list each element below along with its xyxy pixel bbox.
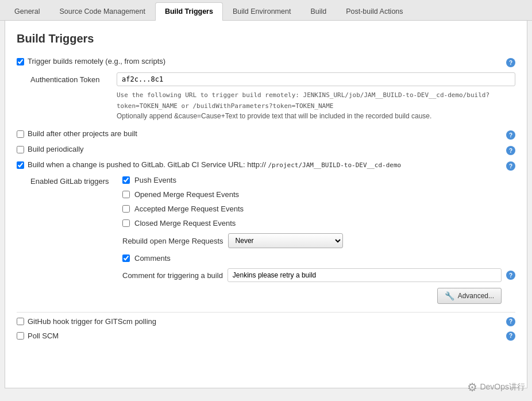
build-periodically-row: Build periodically ? (17, 145, 515, 153)
build-gitlab-checkbox[interactable] (17, 161, 24, 169)
divider (17, 312, 515, 313)
trigger-remote-row: Trigger builds remotely (e.g., from scri… (17, 57, 515, 65)
poll-scm-row: Poll SCM ? (17, 331, 515, 340)
gitlab-triggers-label: Enabled GitLab triggers (30, 176, 117, 186)
auth-row: Authentication Token (30, 72, 515, 86)
comment-trigger-help-icon[interactable]: ? (506, 271, 515, 280)
github-hook-label: GitHub hook trigger for GITScm polling (28, 317, 156, 326)
accepted-merge-checkbox[interactable] (122, 205, 130, 213)
advanced-label: Advanced... (458, 292, 494, 300)
opened-merge-label: Opened Merge Request Events (134, 190, 239, 199)
trigger-remote-help-icon[interactable]: ? (506, 58, 515, 67)
auth-token-input[interactable] (117, 72, 515, 86)
tab-source-code[interactable]: Source Code Management (49, 2, 155, 20)
page-title: Build Triggers (17, 32, 515, 45)
opened-merge-checkbox[interactable] (122, 191, 130, 198)
main-content: Build Triggers Trigger builds remotely (… (5, 21, 527, 388)
rebuild-select[interactable]: Never On push to source branch On push t… (228, 233, 343, 248)
comment-trigger-input[interactable] (228, 268, 502, 282)
build-periodically-text: Build periodically (28, 145, 84, 153)
poll-scm-label: Poll SCM (28, 331, 59, 340)
app-container: General Source Code Management Build Tri… (0, 0, 532, 401)
auth-help-line1: Use the following URL to trigger build r… (117, 91, 489, 99)
trigger-comment-row: Comment for triggering a build ? (122, 268, 515, 282)
trigger-accepted-merge: Accepted Merge Request Events (122, 205, 515, 213)
gitlab-section: Enabled GitLab triggers Push Events Open… (30, 176, 515, 288)
build-periodically-checkbox[interactable] (17, 146, 24, 153)
tab-build-triggers[interactable]: Build Triggers (155, 2, 223, 21)
comment-trigger-label: Comment for triggering a build (122, 271, 223, 280)
auth-label: Authentication Token (30, 75, 111, 84)
triggers-list: Push Events Opened Merge Request Events … (122, 176, 515, 288)
auth-help-text: Use the following URL to trigger build r… (117, 90, 515, 121)
tab-build[interactable]: Build (300, 2, 336, 20)
trigger-comments: Comments (122, 254, 515, 263)
build-gitlab-label: Build when a change is pushed to GitLab.… (17, 160, 515, 169)
build-after-row: Build after other projects are built ? (17, 129, 515, 138)
trigger-remote-text: Trigger builds remotely (e.g., from scri… (28, 57, 165, 65)
closed-merge-checkbox[interactable] (122, 219, 130, 227)
tab-general[interactable]: General (5, 2, 49, 20)
trigger-remote-label: Trigger builds remotely (e.g., from scri… (17, 57, 515, 65)
push-events-checkbox[interactable] (122, 176, 130, 184)
tab-build-environment[interactable]: Build Environment (223, 2, 300, 20)
trigger-rebuild-row: Rebuild open Merge Requests Never On pus… (122, 233, 515, 248)
build-periodically-label: Build periodically (17, 145, 515, 153)
auth-help-line2: token=TOKEN_NAME or /buildWithParameters… (117, 102, 334, 110)
build-periodically-help-icon[interactable]: ? (506, 146, 515, 155)
build-gitlab-help-icon[interactable]: ? (506, 161, 515, 171)
github-hook-help-icon[interactable]: ? (506, 317, 515, 326)
push-events-label: Push Events (134, 176, 176, 184)
trigger-remote-checkbox[interactable] (17, 58, 24, 65)
trigger-push-events: Push Events (122, 176, 515, 184)
accepted-merge-label: Accepted Merge Request Events (134, 205, 244, 213)
watermark: ⚙ DevOps讲行 (467, 380, 525, 394)
trigger-opened-merge: Opened Merge Request Events (122, 190, 515, 199)
watermark-icon: ⚙ (467, 380, 477, 394)
build-after-text: Build after other projects are built (28, 129, 137, 138)
auth-help-line3: Optionally append &cause=Cause+Text to p… (117, 112, 431, 120)
build-after-label: Build after other projects are built (17, 129, 515, 138)
build-after-help-icon[interactable]: ? (506, 130, 515, 140)
build-after-checkbox[interactable] (17, 130, 24, 138)
closed-merge-label: Closed Merge Request Events (134, 219, 236, 228)
build-gitlab-row: Build when a change is pushed to GitLab.… (17, 160, 515, 169)
comments-checkbox[interactable] (122, 255, 130, 262)
watermark-text: DevOps讲行 (480, 382, 525, 392)
rebuild-label: Rebuild open Merge Requests (122, 237, 223, 245)
auth-block: Authentication Token Use the following U… (30, 72, 515, 121)
build-gitlab-text: Build when a change is pushed to GitLab.… (28, 160, 401, 169)
tab-post-build[interactable]: Post-build Actions (336, 2, 413, 20)
trigger-closed-merge: Closed Merge Request Events (122, 219, 515, 228)
github-hook-row: GitHub hook trigger for GITScm polling ? (17, 317, 515, 326)
tab-bar: General Source Code Management Build Tri… (0, 0, 532, 21)
advanced-row: 🔧 Advanced... (17, 288, 502, 304)
poll-scm-help-icon[interactable]: ? (506, 331, 515, 341)
poll-scm-checkbox[interactable] (17, 332, 24, 340)
gitlab-triggers-row: Enabled GitLab triggers Push Events Open… (30, 176, 515, 288)
advanced-button[interactable]: 🔧 Advanced... (437, 288, 502, 304)
advanced-icon: 🔧 (445, 291, 454, 300)
github-hook-checkbox[interactable] (17, 318, 24, 325)
comments-label: Comments (134, 254, 171, 263)
